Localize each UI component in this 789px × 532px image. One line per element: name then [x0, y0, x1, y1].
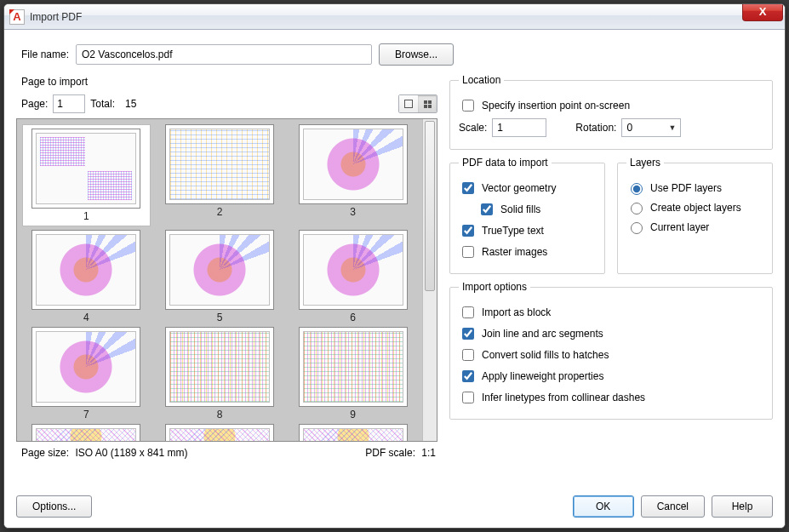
page-thumbnail — [165, 124, 274, 204]
single-view-icon — [404, 100, 413, 108]
thumb-number: 2 — [156, 206, 284, 218]
chevron-down-icon: ▼ — [668, 123, 676, 132]
truetype-text-checkbox[interactable]: TrueType text — [459, 222, 596, 239]
thumb-cell[interactable]: 3 — [289, 124, 417, 226]
thumb-cell[interactable]: 2 — [156, 124, 284, 226]
location-group: Location Specify insertion point on-scre… — [449, 74, 773, 150]
scrollbar-handle[interactable] — [425, 121, 435, 291]
infer-linetypes-checkbox[interactable]: Infer linetypes from collinear dashes — [459, 389, 763, 406]
page-thumbnail — [299, 424, 408, 442]
apply-lineweight-checkbox[interactable]: Apply lineweight properties — [459, 368, 763, 385]
data-and-layers-row: PDF data to import Vector geometry Solid… — [449, 157, 773, 279]
browse-button[interactable]: Browse... — [379, 43, 454, 66]
truetype-text-label: TrueType text — [482, 225, 544, 237]
import-options-title: Import options — [459, 281, 530, 293]
infer-linetypes-label: Infer linetypes from collinear dashes — [482, 392, 645, 403]
specify-insertion-checkbox[interactable]: Specify insertion point on-screen — [459, 97, 763, 114]
layers-group: Layers Use PDF layers Create object laye… — [617, 157, 773, 274]
layers-title: Layers — [626, 157, 664, 169]
page-thumbnail — [31, 129, 140, 209]
thumb-cell[interactable]: 1 — [22, 124, 151, 226]
create-object-layers-radio[interactable]: Create object layers — [626, 200, 763, 215]
rotation-label: Rotation: — [575, 122, 616, 134]
specify-insertion-label: Specify insertion point on-screen — [482, 100, 630, 112]
vector-geometry-label: Vector geometry — [482, 182, 556, 194]
thumbnail-scrollbar[interactable] — [422, 119, 437, 441]
thumb-number: 8 — [156, 409, 284, 420]
create-object-layers-label: Create object layers — [650, 202, 741, 214]
grid-view-button[interactable] — [418, 95, 437, 112]
thumb-number: 1 — [26, 210, 146, 222]
page-thumbnail — [299, 327, 408, 407]
thumb-cell[interactable]: 8 — [156, 327, 284, 420]
pdf-data-title: PDF data to import — [459, 157, 552, 169]
solid-fills-label: Solid fills — [500, 203, 540, 215]
thumb-cell[interactable] — [156, 424, 284, 442]
thumb-number: 6 — [289, 312, 417, 323]
raster-images-label: Raster images — [482, 246, 547, 258]
thumb-cell[interactable] — [22, 424, 151, 442]
page-thumbnail — [165, 424, 274, 442]
thumb-cell[interactable] — [289, 424, 417, 442]
ok-button[interactable]: OK — [573, 495, 634, 518]
dialog-body: File name: Browse... Page to import Page… — [4, 30, 785, 528]
page-thumbnail — [31, 327, 140, 407]
page-thumbnail — [299, 124, 408, 204]
page-label: Page: — [21, 98, 48, 110]
file-name-label: File name: — [21, 49, 69, 60]
page-header: Page: Total: 15 — [21, 94, 437, 113]
thumb-number: 7 — [22, 409, 151, 420]
use-pdf-layers-radio[interactable]: Use PDF layers — [626, 180, 763, 195]
button-row: Options... OK Cancel Help — [16, 487, 773, 518]
grid-view-icon — [424, 100, 432, 108]
pdf-data-group: PDF data to import Vector geometry Solid… — [449, 157, 605, 274]
cancel-button[interactable]: Cancel — [641, 495, 705, 518]
right-panel: Location Specify insertion point on-scre… — [449, 74, 773, 487]
page-thumbnail — [165, 327, 274, 407]
scale-label: Scale: — [459, 122, 487, 134]
titlebar: A Import PDF X — [4, 4, 785, 30]
options-button[interactable]: Options... — [16, 495, 92, 518]
convert-solid-fills-checkbox[interactable]: Convert solid fills to hatches — [459, 346, 763, 363]
scale-rotation-row: Scale: Rotation: 0 ▼ — [459, 118, 763, 137]
use-pdf-layers-label: Use PDF layers — [650, 182, 722, 194]
thumb-cell[interactable]: 9 — [289, 327, 417, 420]
thumbnail-grid: 1 2 3 4 — [17, 119, 422, 442]
import-as-block-label: Import as block — [482, 306, 551, 318]
file-name-input[interactable] — [76, 44, 372, 65]
page-thumbnail — [31, 230, 140, 310]
page-to-import-panel: Page to import Page: Total: 15 — [16, 74, 437, 487]
rotation-combo[interactable]: 0 ▼ — [621, 118, 681, 137]
location-title: Location — [459, 74, 504, 86]
single-view-button[interactable] — [399, 95, 418, 112]
window-title: Import PDF — [30, 11, 82, 23]
join-segments-checkbox[interactable]: Join line and arc segments — [459, 325, 763, 342]
scale-input[interactable] — [492, 118, 546, 137]
raster-images-checkbox[interactable]: Raster images — [459, 243, 596, 260]
page-number-input[interactable] — [53, 94, 85, 113]
file-row: File name: Browse... — [21, 43, 773, 66]
main-columns: Page to import Page: Total: 15 — [16, 74, 773, 487]
total-value: 15 — [125, 98, 136, 110]
thumb-cell[interactable]: 5 — [156, 230, 284, 323]
page-thumbnail — [31, 424, 140, 442]
rotation-value: 0 — [626, 122, 632, 134]
import-as-block-checkbox[interactable]: Import as block — [459, 304, 763, 321]
thumb-cell[interactable]: 7 — [22, 327, 151, 420]
vector-geometry-checkbox[interactable]: Vector geometry — [459, 180, 596, 197]
thumbnail-area: 1 2 3 4 — [16, 118, 437, 442]
join-segments-label: Join line and arc segments — [482, 328, 603, 340]
thumb-number: 5 — [156, 312, 284, 323]
solid-fills-checkbox[interactable]: Solid fills — [477, 201, 596, 218]
thumb-cell[interactable]: 4 — [22, 230, 151, 323]
help-button[interactable]: Help — [712, 495, 773, 518]
close-button[interactable]: X — [742, 3, 783, 21]
import-pdf-dialog: A Import PDF X File name: Browse... Page… — [3, 3, 786, 529]
page-thumbnail — [299, 230, 408, 310]
view-toggle — [398, 94, 437, 113]
page-thumbnail — [165, 230, 274, 310]
page-footer: Page size: ISO A0 (1189 x 841 mm) PDF sc… — [21, 447, 436, 459]
thumb-cell[interactable]: 6 — [289, 230, 417, 323]
current-layer-radio[interactable]: Current layer — [626, 220, 763, 234]
pdf-scale: PDF scale: 1:1 — [365, 447, 436, 459]
